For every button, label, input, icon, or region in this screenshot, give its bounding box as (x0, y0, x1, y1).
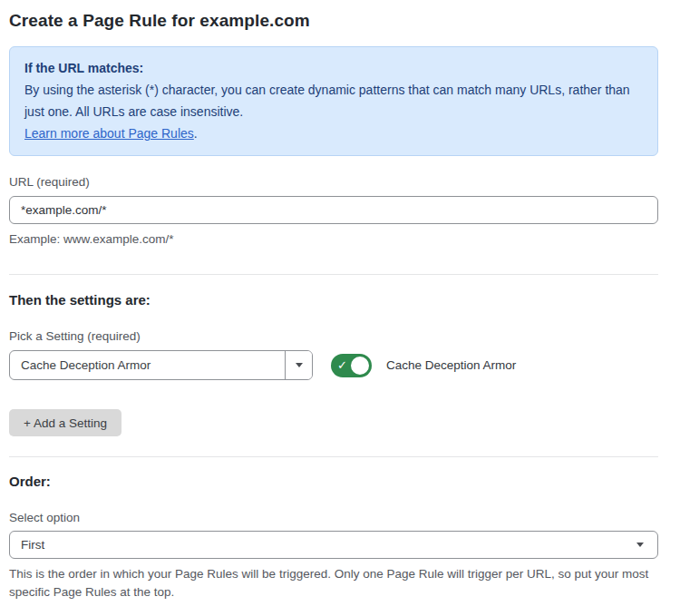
chevron-down-icon (636, 543, 644, 547)
url-match-info-box: If the URL matches: By using the asteris… (9, 46, 658, 156)
info-box-body: By using the asterisk (*) character, you… (24, 79, 643, 144)
setting-select-arrow-button[interactable] (285, 351, 312, 379)
divider (9, 456, 658, 457)
order-select-label: Select option (9, 511, 658, 524)
setting-select-value: Cache Deception Armor (10, 351, 285, 379)
order-helper-text: This is the order in which your Page Rul… (9, 565, 658, 601)
settings-section-heading: Then the settings are: (9, 292, 658, 308)
link-suffix: . (194, 126, 198, 141)
toggle-knob (349, 355, 371, 376)
order-select-value: First (21, 538, 44, 552)
info-box-body-text: By using the asterisk (*) character, you… (24, 83, 630, 119)
url-input[interactable] (9, 196, 658, 224)
setting-row: Cache Deception Armor ✓ Cache Deception … (9, 350, 658, 380)
info-box-heading: If the URL matches: (24, 57, 643, 79)
setting-toggle-wrap: ✓ Cache Deception Armor (331, 354, 516, 377)
chevron-down-icon (296, 363, 303, 367)
page-title: Create a Page Rule for example.com (9, 11, 658, 31)
setting-select[interactable]: Cache Deception Armor (9, 350, 313, 380)
create-page-rule-form: Create a Page Rule for example.com If th… (0, 0, 680, 616)
url-field-label: URL (required) (9, 175, 658, 189)
learn-more-link[interactable]: Learn more about Page Rules (24, 126, 194, 141)
order-section-heading: Order: (9, 474, 658, 489)
order-select[interactable]: First (9, 531, 658, 559)
add-setting-button[interactable]: + Add a Setting (9, 409, 121, 436)
cache-deception-armor-toggle[interactable]: ✓ (331, 354, 372, 377)
pick-setting-label: Pick a Setting (required) (9, 329, 658, 343)
url-example-helper: Example: www.example.com/* (9, 230, 658, 249)
check-icon: ✓ (337, 359, 347, 371)
toggle-label: Cache Deception Armor (386, 358, 516, 372)
divider (9, 274, 658, 275)
